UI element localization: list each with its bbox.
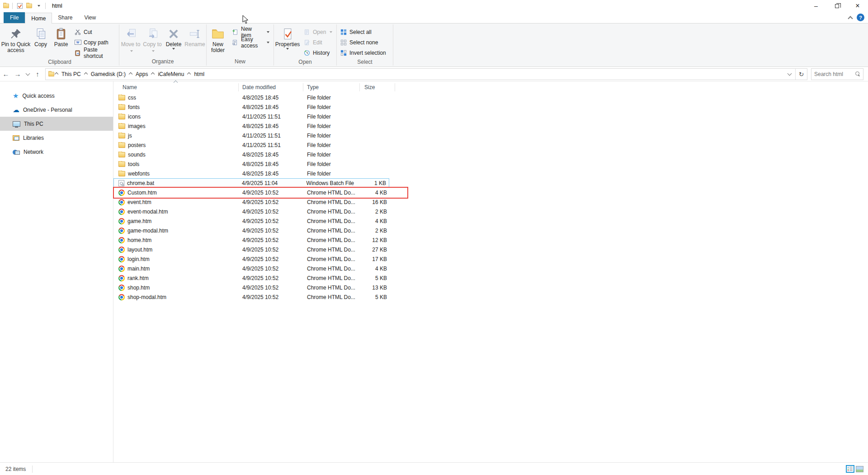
history-button[interactable]: History bbox=[301, 48, 335, 58]
edit-button[interactable]: Edit bbox=[301, 37, 335, 48]
back-button[interactable]: ← bbox=[0, 68, 12, 80]
sidebar-item-quick-access[interactable]: ★ Quick access bbox=[0, 89, 113, 103]
collapse-ribbon-icon[interactable] bbox=[848, 16, 853, 21]
folder-icon bbox=[118, 114, 125, 119]
sidebar-item-this-pc[interactable]: This PC bbox=[0, 117, 113, 131]
file-row[interactable]: fonts4/8/2025 18:45File folder bbox=[113, 102, 392, 112]
move-to-button[interactable]: Move to bbox=[120, 25, 142, 53]
file-name: posters bbox=[128, 142, 146, 148]
sidebar-item-onedrive[interactable]: ☁ OneDrive - Personal bbox=[0, 103, 113, 117]
file-name: game-modal.htm bbox=[127, 228, 168, 234]
copy-icon bbox=[34, 26, 47, 42]
file-row[interactable]: game.htm4/9/2025 10:52Chrome HTML Do...4… bbox=[113, 216, 392, 226]
forward-button[interactable]: → bbox=[12, 68, 24, 80]
qat-customize-button[interactable] bbox=[33, 1, 42, 10]
delete-button[interactable]: Delete bbox=[163, 25, 184, 50]
qat-properties-button[interactable] bbox=[15, 1, 24, 10]
tab-view[interactable]: View bbox=[78, 12, 102, 23]
main-area: ★ Quick access ☁ OneDrive - Personal Thi… bbox=[0, 81, 868, 462]
file-row[interactable]: home.htm4/9/2025 10:52Chrome HTML Do...1… bbox=[113, 235, 392, 245]
invert-selection-button[interactable]: Invert selection bbox=[337, 48, 392, 58]
breadcrumb-item[interactable]: Apps bbox=[132, 71, 151, 77]
breadcrumb-item[interactable]: This PC bbox=[58, 71, 84, 77]
address-dropdown-button[interactable] bbox=[783, 73, 795, 75]
file-row[interactable]: css4/8/2025 18:45File folder bbox=[113, 93, 392, 102]
file-row[interactable]: event-modal.htm4/9/2025 10:52Chrome HTML… bbox=[113, 207, 392, 216]
file-row[interactable]: images4/8/2025 18:45File folder bbox=[113, 121, 392, 131]
paste-button[interactable]: Paste bbox=[51, 25, 71, 48]
file-row[interactable]: game-modal.htm4/9/2025 10:52Chrome HTML … bbox=[113, 226, 392, 235]
chevron-down-icon bbox=[172, 48, 175, 50]
breadcrumb-item[interactable]: iCafeMenu bbox=[155, 71, 187, 77]
sidebar-item-network[interactable]: Network bbox=[0, 145, 113, 159]
details-view-button[interactable] bbox=[846, 465, 854, 473]
copy-to-icon bbox=[146, 26, 159, 42]
file-row[interactable]: icons4/11/2025 11:51File folder bbox=[113, 112, 392, 121]
copy-button[interactable]: Copy bbox=[31, 25, 51, 48]
select-none-button[interactable]: Select none bbox=[337, 37, 392, 48]
file-row[interactable]: login.htm4/9/2025 10:52Chrome HTML Do...… bbox=[113, 254, 392, 264]
tab-share[interactable]: Share bbox=[52, 12, 78, 23]
file-row[interactable]: rank.htm4/9/2025 10:52Chrome HTML Do...5… bbox=[113, 273, 392, 283]
ribbon-group-select: Select all Select none Invert selection … bbox=[337, 24, 392, 66]
file-row[interactable]: js4/11/2025 11:51File folder bbox=[113, 131, 392, 140]
new-folder-button[interactable]: New folder bbox=[207, 25, 229, 53]
close-button[interactable]: × bbox=[847, 0, 868, 12]
address-box[interactable]: This PCGamedisk (D:)AppsiCafeMenuhtml ↻ bbox=[45, 68, 807, 80]
file-row[interactable]: event.htm4/9/2025 10:52Chrome HTML Do...… bbox=[113, 197, 392, 207]
file-row[interactable]: shop.htm4/9/2025 10:52Chrome HTML Do...1… bbox=[113, 283, 392, 292]
search-icon[interactable] bbox=[855, 71, 860, 76]
file-row[interactable]: posters4/11/2025 11:51File folder bbox=[113, 140, 392, 150]
group-label-open: Open bbox=[274, 58, 336, 66]
breadcrumb-item[interactable]: html bbox=[191, 71, 208, 77]
folder-icon bbox=[118, 152, 125, 157]
file-row[interactable]: layout.htm4/9/2025 10:52Chrome HTML Do..… bbox=[113, 245, 392, 254]
chrome-file-icon bbox=[118, 209, 125, 215]
file-size: 5 KB bbox=[360, 275, 390, 281]
restore-button[interactable] bbox=[826, 0, 847, 12]
search-input[interactable] bbox=[814, 71, 855, 77]
column-header-type[interactable]: Type bbox=[303, 83, 360, 91]
file-date-modified: 4/11/2025 11:51 bbox=[239, 114, 303, 120]
qat-new-folder-button[interactable] bbox=[24, 1, 33, 10]
rename-button[interactable]: Rename bbox=[184, 25, 206, 48]
file-row[interactable]: main.htm4/9/2025 10:52Chrome HTML Do...4… bbox=[113, 264, 392, 273]
tab-file[interactable]: File bbox=[4, 12, 25, 23]
pin-to-quick-access-button[interactable]: Pin to Quick access bbox=[1, 25, 31, 53]
file-date-modified: 4/8/2025 18:45 bbox=[239, 161, 303, 167]
tab-home[interactable]: Home bbox=[25, 13, 52, 24]
refresh-button[interactable]: ↻ bbox=[795, 69, 807, 80]
easy-access-button[interactable]: Easy access bbox=[229, 37, 272, 48]
help-button[interactable]: ? bbox=[857, 14, 864, 21]
select-all-button[interactable]: Select all bbox=[337, 27, 392, 37]
minimize-button[interactable]: – bbox=[806, 0, 826, 12]
file-row[interactable]: sounds4/8/2025 18:45File folder bbox=[113, 150, 392, 159]
file-name: tools bbox=[128, 161, 139, 167]
open-button[interactable]: Open bbox=[301, 27, 335, 37]
up-arrow-icon: ↑ bbox=[36, 70, 39, 78]
column-header-size[interactable]: Size bbox=[360, 83, 395, 91]
sidebar-item-libraries[interactable]: Libraries bbox=[0, 131, 113, 145]
column-header-date-modified[interactable]: Date modified bbox=[239, 83, 303, 91]
library-icon bbox=[13, 135, 19, 141]
file-row[interactable]: chrome.bat4/9/2025 11:04Windows Batch Fi… bbox=[113, 178, 389, 188]
paste-shortcut-button[interactable]: Paste shortcut bbox=[71, 48, 118, 58]
breadcrumb-separator-icon bbox=[55, 72, 58, 76]
up-button[interactable]: ↑ bbox=[32, 68, 43, 80]
file-size: 2 KB bbox=[360, 209, 390, 215]
file-row[interactable]: tools4/8/2025 18:45File folder bbox=[113, 159, 392, 169]
file-size: 4 KB bbox=[360, 190, 390, 196]
file-type: File folder bbox=[303, 114, 360, 120]
file-row[interactable]: webfonts4/8/2025 18:45File folder bbox=[113, 169, 392, 178]
file-type: File folder bbox=[303, 152, 360, 158]
breadcrumb-item[interactable]: Gamedisk (D:) bbox=[88, 71, 129, 77]
cut-button[interactable]: Cut bbox=[71, 27, 118, 37]
chrome-file-icon bbox=[118, 285, 125, 291]
properties-button[interactable]: Properties bbox=[274, 25, 301, 50]
thumbnails-view-button[interactable] bbox=[856, 466, 863, 472]
file-row[interactable]: Custom.htm4/9/2025 10:52Chrome HTML Do..… bbox=[113, 188, 392, 197]
copy-to-button[interactable]: Copy to bbox=[142, 25, 163, 53]
history-icon bbox=[303, 49, 311, 57]
file-row[interactable]: shop-modal.htm4/9/2025 10:52Chrome HTML … bbox=[113, 292, 392, 302]
recent-locations-button[interactable] bbox=[24, 68, 32, 80]
